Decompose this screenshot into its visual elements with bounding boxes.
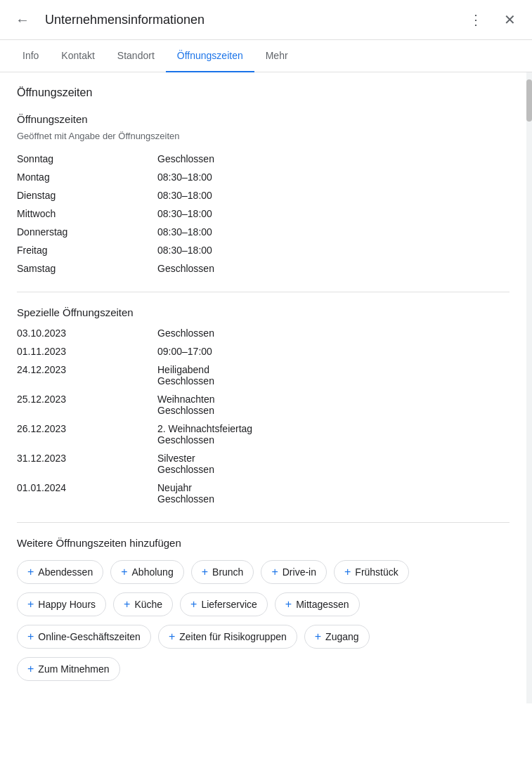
plus-icon: + [271, 566, 278, 578]
time-label: Geschlossen [157, 263, 214, 274]
scrollbar-thumb[interactable] [526, 79, 532, 122]
chip-label: Zum Mitnehmen [38, 663, 109, 675]
add-section-title: Weitere Öffnungszeiten hinzufügen [17, 537, 510, 549]
day-label: Montag [17, 171, 157, 183]
table-row: 25.12.2023 Weihnachten Geschlossen [17, 390, 510, 420]
chip-online-geschaeftszeiten[interactable]: + Online-Geschäftszeiten [17, 625, 151, 649]
time-label: 08:30–18:00 [157, 245, 212, 256]
special-hours-table: 03.10.2023 Geschlossen 01.11.2023 09:00–… [17, 324, 510, 508]
special-date: 01.01.2024 [17, 482, 157, 493]
chip-zeiten-risikogruppen[interactable]: + Zeiten für Risikogruppen [158, 625, 297, 649]
table-row: 24.12.2023 Heiligabend Geschlossen [17, 361, 510, 390]
table-row: Donnerstag 08:30–18:00 [17, 223, 510, 241]
regular-hours-title: Öffnungszeiten [17, 113, 510, 125]
special-info: Weihnachten Geschlossen [157, 394, 214, 416]
chip-zum-mitnehmen[interactable]: + Zum Mitnehmen [17, 657, 120, 681]
time-label: 08:30–18:00 [157, 190, 212, 201]
header-actions: ⋮ ✕ [465, 8, 521, 31]
special-info: 2. Weihnachtsfeiertag Geschlossen [157, 423, 252, 446]
table-row: 31.12.2023 Silvester Geschlossen [17, 449, 510, 479]
tab-mehr[interactable]: Mehr [254, 40, 299, 72]
table-row: Dienstag 08:30–18:00 [17, 186, 510, 205]
day-label: Donnerstag [17, 226, 157, 238]
chips-row-4: + Zum Mitnehmen [17, 657, 510, 681]
table-row: 26.12.2023 2. Weihnachtsfeiertag Geschlo… [17, 420, 510, 449]
table-row: 01.01.2024 Neujahr Geschlossen [17, 479, 510, 508]
special-info: Heiligabend Geschlossen [157, 364, 214, 387]
table-row: Sonntag Geschlossen [17, 150, 510, 168]
chip-label: Drive-in [283, 566, 316, 578]
special-info: Geschlossen [157, 327, 214, 339]
plus-icon: + [285, 599, 292, 610]
back-button[interactable]: ← [11, 8, 34, 31]
plus-icon: + [190, 599, 197, 610]
plus-icon: + [344, 566, 351, 578]
plus-icon: + [202, 566, 208, 578]
special-date: 25.12.2023 [17, 394, 157, 405]
chip-label: Zeiten für Risikogruppen [179, 631, 287, 642]
special-info: Neujahr Geschlossen [157, 482, 214, 505]
chip-happy-hours[interactable]: + Happy Hours [17, 592, 106, 616]
more-button[interactable]: ⋮ [465, 8, 487, 31]
tab-oeffnungszeiten[interactable]: Öffnungszeiten [166, 40, 254, 72]
table-row: Freitag 08:30–18:00 [17, 241, 510, 259]
chip-abholung[interactable]: + Abholung [110, 560, 184, 584]
chips-row-1: + Abendessen + Abholung + Brunch + Drive… [17, 560, 510, 584]
scrollbar[interactable] [526, 72, 532, 703]
tab-standort[interactable]: Standort [106, 40, 166, 72]
regular-hours-table: Sonntag Geschlossen Montag 08:30–18:00 D… [17, 150, 510, 278]
chip-lieferservice[interactable]: + Lieferservice [180, 592, 268, 616]
tab-info[interactable]: Info [11, 40, 50, 72]
regular-hours-subtitle: Geöffnet mit Angabe der Öffnungszeiten [17, 131, 510, 141]
day-label: Samstag [17, 263, 157, 274]
table-row: 03.10.2023 Geschlossen [17, 324, 510, 342]
time-label: Geschlossen [157, 153, 214, 164]
plus-icon: + [315, 631, 321, 642]
plus-icon: + [169, 631, 175, 642]
divider [17, 292, 510, 292]
special-date: 31.12.2023 [17, 453, 157, 464]
table-row: Mittwoch 08:30–18:00 [17, 205, 510, 223]
chip-brunch[interactable]: + Brunch [191, 560, 254, 584]
table-row: Montag 08:30–18:00 [17, 168, 510, 186]
special-date: 26.12.2023 [17, 423, 157, 434]
chip-mittagessen[interactable]: + Mittagessen [275, 592, 360, 616]
plus-icon: + [121, 566, 127, 578]
chip-label: Online-Geschäftszeiten [38, 631, 141, 642]
tab-kontakt[interactable]: Kontakt [50, 40, 105, 72]
section-heading: Öffnungszeiten [17, 86, 510, 99]
table-row: Samstag Geschlossen [17, 259, 510, 278]
table-row: 01.11.2023 09:00–17:00 [17, 342, 510, 361]
plus-icon: + [27, 566, 34, 578]
plus-icon: + [27, 663, 34, 675]
special-info: Silvester Geschlossen [157, 453, 214, 475]
time-label: 08:30–18:00 [157, 208, 212, 219]
chip-label: Mittagessen [296, 599, 349, 610]
special-info: 09:00–17:00 [157, 346, 212, 357]
chip-zugang[interactable]: + Zugang [304, 625, 370, 649]
chip-drive-in[interactable]: + Drive-in [261, 560, 327, 584]
special-date: 01.11.2023 [17, 346, 157, 357]
plus-icon: + [27, 599, 34, 610]
chip-label: Abendessen [38, 566, 93, 578]
close-button[interactable]: ✕ [498, 8, 521, 31]
chip-label: Lieferservice [201, 599, 257, 610]
page-title: Unternehmensinformationen [45, 13, 465, 27]
header: ← Unternehmensinformationen ⋮ ✕ [0, 0, 532, 40]
plus-icon: + [124, 599, 130, 610]
chip-label: Happy Hours [38, 599, 96, 610]
chip-label: Frühstück [355, 566, 398, 578]
chip-label: Brunch [212, 566, 243, 578]
time-label: 08:30–18:00 [157, 171, 212, 183]
divider [17, 522, 510, 523]
chip-kueche[interactable]: + Küche [113, 592, 173, 616]
chip-fruehstueck[interactable]: + Frühstück [334, 560, 409, 584]
content-wrapper: Öffnungszeiten Öffnungszeiten Geöffnet m… [0, 72, 532, 703]
day-label: Sonntag [17, 153, 157, 164]
chip-abendessen[interactable]: + Abendessen [17, 560, 103, 584]
chip-label: Abholung [132, 566, 174, 578]
special-hours-title: Spezielle Öffnungszeiten [17, 306, 510, 318]
tabs-bar: Info Kontakt Standort Öffnungszeiten Meh… [0, 40, 532, 72]
special-date: 03.10.2023 [17, 327, 157, 339]
time-label: 08:30–18:00 [157, 226, 212, 238]
